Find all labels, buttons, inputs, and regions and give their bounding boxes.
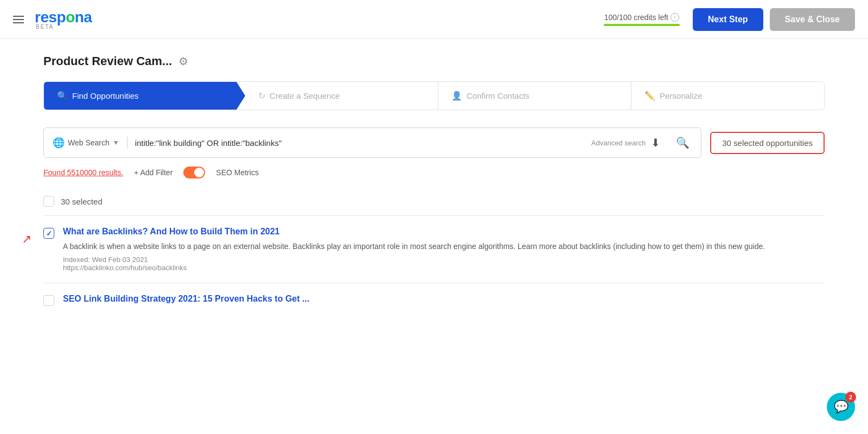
add-filter-button[interactable]: + Add Filter bbox=[134, 168, 173, 177]
result-indexed-1: Indexed: Wed Feb 03 2021 bbox=[63, 256, 825, 264]
download-icon[interactable]: ⬇ bbox=[646, 133, 665, 152]
result-url-1[interactable]: https://backlinko.com/hub/seo/backlinks bbox=[63, 264, 825, 272]
step-sequence-label: Create a Sequence bbox=[270, 91, 340, 100]
result-content-1: What are Backlinks? And How to Build The… bbox=[63, 227, 825, 272]
personalize-step-icon: ✏️ bbox=[644, 91, 655, 101]
globe-icon: 🌐 bbox=[53, 137, 65, 149]
search-area: 🌐 Web Search ▼ Advanced search ⬇ 🔍 30 se… bbox=[43, 127, 825, 158]
chat-badge: 2 bbox=[845, 392, 856, 403]
step-create-sequence[interactable]: ↻ Create a Sequence bbox=[245, 82, 438, 110]
credits-text: 100/100 credits left i bbox=[604, 13, 679, 22]
result-content-2: SEO Link Building Strategy 2021: 15 Prov… bbox=[63, 294, 825, 308]
step-find-label: Find Opportunities bbox=[72, 91, 139, 100]
logo-beta: BETA bbox=[36, 24, 54, 30]
credits-bar bbox=[604, 24, 680, 26]
table-row: SEO Link Building Strategy 2021: 15 Prov… bbox=[43, 283, 825, 319]
seo-metrics-toggle[interactable] bbox=[183, 167, 205, 178]
chevron-down-icon: ▼ bbox=[113, 139, 119, 146]
campaign-title-bar: Product Review Cam... ⚙ bbox=[0, 39, 868, 68]
credits-info-icon[interactable]: i bbox=[671, 13, 679, 22]
step-find-opportunities[interactable]: 🔍 Find Opportunities bbox=[44, 82, 245, 110]
table-row: ↗ What are Backlinks? And How to Build T… bbox=[43, 215, 825, 283]
selected-opportunities-button[interactable]: 30 selected opportunities bbox=[710, 132, 825, 154]
result-title-1[interactable]: What are Backlinks? And How to Build The… bbox=[63, 227, 825, 237]
select-all-row: 30 selected bbox=[43, 192, 825, 215]
steps-nav: 🔍 Find Opportunities ↻ Create a Sequence… bbox=[43, 81, 825, 110]
gear-icon[interactable]: ⚙ bbox=[178, 55, 188, 68]
contacts-step-icon: 👤 bbox=[451, 91, 462, 101]
chat-bubble[interactable]: 💬 2 bbox=[827, 393, 855, 421]
result-title-2[interactable]: SEO Link Building Strategy 2021: 15 Prov… bbox=[63, 294, 825, 304]
search-submit-icon[interactable]: 🔍 bbox=[673, 133, 692, 152]
results-count[interactable]: Found 5510000 results. bbox=[43, 168, 123, 177]
select-all-label: 30 selected bbox=[61, 197, 103, 206]
result-checkbox-1[interactable] bbox=[43, 228, 54, 239]
step-personalize-label: Personalize bbox=[660, 91, 702, 100]
filter-bar: Found 5510000 results. + Add Filter SEO … bbox=[43, 167, 825, 178]
search-actions: ⬇ 🔍 bbox=[646, 133, 692, 152]
result-desc-1: A backlink is when a website links to a … bbox=[63, 241, 825, 252]
step-personalize[interactable]: ✏️ Personalize bbox=[631, 82, 824, 110]
advanced-search-link[interactable]: Advanced search bbox=[591, 139, 646, 147]
step-confirm-contacts[interactable]: 👤 Confirm Contacts bbox=[438, 82, 631, 110]
search-step-icon: 🔍 bbox=[57, 91, 68, 101]
search-input[interactable] bbox=[135, 138, 587, 148]
select-all-checkbox[interactable] bbox=[43, 196, 54, 207]
save-close-button[interactable]: Save & Close bbox=[770, 8, 855, 31]
hamburger-menu[interactable] bbox=[13, 16, 24, 23]
sequence-step-icon: ↻ bbox=[258, 91, 265, 101]
credits-section: 100/100 credits left i bbox=[604, 13, 680, 26]
results-area: 30 selected ↗ What are Backlinks? And Ho… bbox=[43, 192, 825, 319]
search-type-selector[interactable]: 🌐 Web Search ▼ bbox=[53, 137, 127, 149]
next-step-button[interactable]: Next Step bbox=[693, 8, 763, 31]
campaign-title: Product Review Cam... bbox=[43, 54, 172, 68]
search-box: 🌐 Web Search ▼ Advanced search ⬇ 🔍 bbox=[43, 127, 701, 158]
app-header: respona BETA 100/100 credits left i Next… bbox=[0, 0, 868, 39]
logo: respona BETA bbox=[35, 9, 92, 30]
step-contacts-label: Confirm Contacts bbox=[467, 91, 529, 100]
search-type-label: Web Search bbox=[68, 138, 110, 147]
result-checkbox-2[interactable] bbox=[43, 295, 54, 306]
arrow-annotation: ↗ bbox=[22, 232, 31, 246]
seo-metrics-label: SEO Metrics bbox=[216, 168, 259, 177]
credits-bar-fill bbox=[604, 24, 680, 26]
